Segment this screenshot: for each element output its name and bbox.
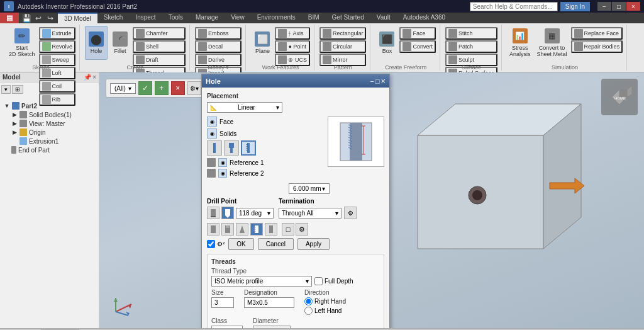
- ref2-row[interactable]: ◉ Reference 2: [207, 169, 323, 178]
- drill-icon-5[interactable]: [265, 223, 277, 236]
- vp-x-button[interactable]: ×: [171, 81, 185, 95]
- convert-button[interactable]: Convert: [399, 40, 436, 53]
- ref2-select-icon[interactable]: ◉: [218, 169, 227, 178]
- app-menu[interactable]: ▤: [0, 13, 19, 23]
- drill-icon-4[interactable]: [250, 223, 263, 236]
- drill-flat-icon[interactable]: [207, 207, 219, 219]
- left-hand-radio[interactable]: Left Hand: [304, 307, 346, 315]
- ref1-select-icon[interactable]: ◉: [218, 158, 227, 167]
- fillet-button[interactable]: ◜ Fillet: [109, 26, 131, 60]
- stress-analysis-button[interactable]: 📊 StressAnalysis: [507, 26, 533, 60]
- drill-angle-icon[interactable]: [221, 207, 234, 219]
- patch-button[interactable]: Patch: [445, 40, 497, 53]
- select-filter-dropdown[interactable]: (All) ▾: [110, 83, 136, 94]
- tab-get-started[interactable]: Get Started: [326, 13, 370, 23]
- search-input[interactable]: [470, 2, 558, 11]
- tab-a360[interactable]: Autodesk A360: [397, 13, 452, 23]
- shell-button[interactable]: Shell: [133, 40, 186, 53]
- tab-manage[interactable]: Manage: [189, 13, 225, 23]
- tab-inspect[interactable]: Inspect: [129, 13, 162, 23]
- apply-button[interactable]: Apply: [297, 238, 330, 250]
- designation-input[interactable]: [244, 297, 294, 308]
- thread-enabled-checkbox[interactable]: [207, 240, 215, 248]
- qat-redo[interactable]: ↪: [45, 13, 55, 23]
- tree-item-origin[interactable]: ▶ Origin: [3, 128, 96, 137]
- hole-type-simple-btn[interactable]: [207, 140, 222, 156]
- diameter-dropdown[interactable]: Minor ▾: [253, 326, 291, 328]
- dimension-input[interactable]: 6.000 mm ▾: [289, 183, 330, 194]
- placement-dropdown[interactable]: 📐 Linear ▾: [207, 102, 282, 113]
- ok-button[interactable]: OK: [228, 238, 253, 250]
- revolve-button[interactable]: Revolve: [39, 40, 76, 53]
- vp-check-button[interactable]: ✓: [138, 81, 152, 95]
- drill-icon-1[interactable]: [207, 223, 219, 236]
- tab-bim[interactable]: BIM: [302, 13, 326, 23]
- coil-button[interactable]: Coil: [39, 80, 76, 93]
- decal-button[interactable]: Decal: [195, 40, 242, 53]
- class-dropdown[interactable]: 6H ▾: [211, 326, 243, 328]
- termination-options-button[interactable]: ⚙: [344, 207, 357, 219]
- chamfer-button[interactable]: Chamfer: [133, 27, 186, 40]
- size-input[interactable]: [211, 297, 234, 308]
- nav-cube-container[interactable]: HOME: [601, 79, 638, 115]
- face-button[interactable]: Face: [399, 27, 436, 40]
- tree-item-solid-bodies[interactable]: ▶ Solid Bodies(1): [3, 110, 96, 119]
- box-button[interactable]: ⬛ Box: [375, 26, 398, 60]
- point-button[interactable]: ● Point: [275, 40, 310, 53]
- convert-sheet-metal-button[interactable]: ▦ Convert toSheet Metal: [535, 26, 570, 60]
- drill-icon-3[interactable]: [236, 223, 248, 236]
- replace-face-button[interactable]: Replace Face: [571, 27, 623, 40]
- maximize-button[interactable]: □: [612, 2, 626, 11]
- tab-view[interactable]: View: [225, 13, 251, 23]
- axis-button[interactable]: ⟊ Axis: [275, 27, 310, 40]
- dialog-close-button[interactable]: ×: [380, 76, 386, 86]
- sign-in-button[interactable]: Sign In: [560, 2, 590, 11]
- solids-row[interactable]: ◉ Solids: [207, 128, 323, 139]
- extrude-button[interactable]: Extrude: [39, 27, 76, 40]
- minimize-button[interactable]: −: [597, 2, 611, 11]
- full-depth-checkbox[interactable]: [314, 277, 323, 285]
- drill-gear-icon[interactable]: ⚙: [296, 223, 308, 236]
- cancel-button[interactable]: Cancel: [258, 238, 294, 250]
- drill-angle-input[interactable]: 118 deg ▾: [236, 208, 274, 219]
- tab-vault[interactable]: Vault: [370, 13, 397, 23]
- hole-type-threaded-btn[interactable]: [241, 140, 256, 156]
- thread-checkbox[interactable]: ⚙²: [207, 240, 225, 248]
- full-depth-check[interactable]: Full Depth: [314, 277, 353, 285]
- dialog-max-button[interactable]: □: [375, 76, 380, 86]
- rib-button[interactable]: Rib: [39, 93, 76, 106]
- termination-dropdown[interactable]: Through All ▾: [279, 208, 341, 219]
- face-row[interactable]: ◉ Face: [207, 117, 323, 127]
- emboss-button[interactable]: Emboss: [195, 27, 242, 40]
- right-hand-radio[interactable]: Right Hand: [304, 297, 346, 305]
- close-button[interactable]: ×: [626, 2, 640, 11]
- tree-item-view-master[interactable]: ▶ View: Master: [3, 119, 96, 128]
- vp-options-button[interactable]: ⚙▾: [187, 81, 201, 95]
- tab-environments[interactable]: Environments: [251, 13, 302, 23]
- tab-3d-model[interactable]: 3D Model: [58, 13, 97, 23]
- drill-extra-check[interactable]: □: [282, 223, 294, 236]
- dialog-title-bar[interactable]: Hole − □ ×: [202, 74, 389, 88]
- tab-sketch[interactable]: Sketch: [97, 13, 130, 23]
- circular-button[interactable]: Circular: [319, 40, 367, 53]
- rectangular-button[interactable]: Rectangular: [319, 27, 367, 40]
- tab-tools[interactable]: Tools: [162, 13, 189, 23]
- thread-type-dropdown[interactable]: ISO Metric profile ▾: [211, 276, 312, 287]
- start-2d-sketch-button[interactable]: ✏ Start2D Sketch: [6, 26, 38, 60]
- dialog-min-button[interactable]: −: [370, 76, 374, 86]
- qat-undo[interactable]: ↩: [33, 13, 43, 23]
- ref1-row[interactable]: ◉ Reference 1: [207, 158, 323, 167]
- hole-button[interactable]: ⬤ Hole: [85, 26, 108, 60]
- face-select-icon[interactable]: ◉: [207, 117, 217, 127]
- tree-item-end-of-part[interactable]: End of Part: [3, 145, 96, 154]
- drill-icon-2[interactable]: [221, 223, 234, 236]
- tree-item-extrusion1[interactable]: Extrusion1: [3, 137, 96, 145]
- solids-select-icon[interactable]: ◉: [207, 128, 217, 139]
- qat-save[interactable]: 💾: [21, 13, 31, 23]
- plane-button[interactable]: ⬜ Plane: [251, 26, 274, 60]
- repair-bodies-button[interactable]: Repair Bodies: [571, 40, 623, 53]
- vp-plus-button[interactable]: +: [155, 81, 169, 95]
- hole-type-clearance-btn[interactable]: [224, 140, 239, 156]
- stitch-button[interactable]: Stitch: [445, 27, 497, 40]
- expand-icon-extrusion: [11, 138, 18, 144]
